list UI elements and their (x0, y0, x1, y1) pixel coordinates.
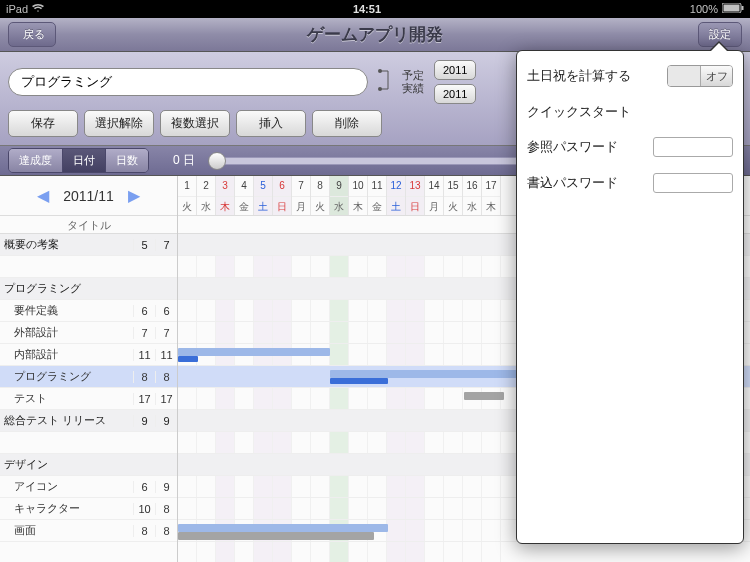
task-row[interactable] (0, 432, 177, 454)
day-number: 10 (349, 176, 367, 196)
day-of-week: 火 (178, 196, 196, 216)
day-of-week: 金 (235, 196, 253, 216)
back-button[interactable]: 戻る (8, 22, 56, 47)
calendar-day-col: 5土 (254, 176, 273, 215)
ref-password-input[interactable] (653, 137, 733, 157)
gantt-bar[interactable] (178, 356, 198, 362)
calendar-day-col: 3木 (216, 176, 235, 215)
title-column-header: タイトル (0, 216, 177, 234)
task-num1: 7 (133, 327, 155, 339)
task-num2: 6 (155, 305, 177, 317)
task-group-row[interactable]: デザイン (0, 454, 177, 476)
next-month-icon[interactable]: ▶ (128, 186, 140, 205)
delete-button[interactable]: 削除 (312, 110, 382, 137)
task-row[interactable]: テスト1717 (0, 388, 177, 410)
day-of-week: 木 (216, 196, 234, 216)
plan-date-button[interactable]: 2011 (434, 60, 476, 80)
gantt-row[interactable] (178, 542, 750, 562)
seg-progress[interactable]: 達成度 (9, 149, 63, 172)
task-num2: 9 (155, 415, 177, 427)
write-password-input[interactable] (653, 173, 733, 193)
gantt-bar[interactable] (178, 532, 374, 540)
task-num1: 11 (133, 349, 155, 361)
task-list: 概要の考案57プログラミング要件定義66外部設計77内部設計1111プログラミン… (0, 234, 177, 562)
task-group-row[interactable]: 概要の考案57 (0, 234, 177, 256)
day-of-week: 水 (463, 196, 481, 216)
gantt-bar[interactable] (178, 348, 330, 356)
task-row[interactable]: キャラクター108 (0, 498, 177, 520)
task-num2: 7 (155, 327, 177, 339)
insert-button[interactable]: 挿入 (236, 110, 306, 137)
toggle-off-label: オフ (700, 66, 732, 86)
svg-point-3 (378, 69, 382, 73)
day-of-week: 水 (330, 196, 348, 216)
task-num2: 11 (155, 349, 177, 361)
schedule-labels: 予定 実績 (402, 69, 424, 95)
calendar-day-col: 7月 (292, 176, 311, 215)
calendar-day-col: 17木 (482, 176, 501, 215)
day-of-week: 土 (387, 196, 405, 216)
prev-month-icon[interactable]: ◀ (37, 186, 49, 205)
status-bar: iPad 14:51 100% (0, 0, 750, 18)
day-of-week: 火 (444, 196, 462, 216)
day-number: 11 (368, 176, 386, 196)
day-of-week: 日 (406, 196, 424, 216)
gantt-bar[interactable] (330, 378, 388, 384)
task-row[interactable]: プログラミング88 (0, 366, 177, 388)
task-group-row[interactable]: プログラミング (0, 278, 177, 300)
gantt-bar[interactable] (464, 392, 504, 400)
task-row[interactable]: アイコン69 (0, 476, 177, 498)
gantt-bar[interactable] (178, 524, 388, 532)
task-num1: 17 (133, 393, 155, 405)
quickstart-label[interactable]: クイックスタート (527, 103, 631, 121)
day-of-week: 土 (254, 196, 272, 216)
calendar-day-col: 8火 (311, 176, 330, 215)
svg-rect-1 (724, 5, 740, 12)
save-button[interactable]: 保存 (8, 110, 78, 137)
seg-date[interactable]: 日付 (63, 149, 106, 172)
calendar-day-col: 16水 (463, 176, 482, 215)
nav-bar: 戻る ゲームアプリ開発 設定 (0, 18, 750, 52)
plan-label: 予定 (402, 69, 424, 82)
calc-holidays-toggle[interactable]: オフ (667, 65, 733, 87)
task-row[interactable]: 画面88 (0, 520, 177, 542)
battery-icon (722, 3, 744, 15)
day-number: 16 (463, 176, 481, 196)
day-of-week: 日 (273, 196, 291, 216)
task-num2: 8 (155, 525, 177, 537)
day-number: 4 (235, 176, 253, 196)
actual-label: 実績 (402, 82, 424, 95)
day-number: 8 (311, 176, 329, 196)
seg-days[interactable]: 日数 (106, 149, 148, 172)
task-group-row[interactable]: 総合テスト リリース99 (0, 410, 177, 432)
task-name-input[interactable] (8, 68, 368, 96)
svg-rect-2 (742, 6, 744, 10)
calendar-day-col: 14月 (425, 176, 444, 215)
task-row[interactable]: 内部設計1111 (0, 344, 177, 366)
multiselect-button[interactable]: 複数選択 (160, 110, 230, 137)
task-num1: 9 (133, 415, 155, 427)
task-row[interactable]: 要件定義66 (0, 300, 177, 322)
task-name-label: 概要の考案 (4, 237, 133, 252)
wifi-icon (32, 3, 44, 15)
task-name-label: 総合テスト リリース (4, 413, 133, 428)
day-of-week: 金 (368, 196, 386, 216)
task-row[interactable] (0, 256, 177, 278)
day-number: 14 (425, 176, 443, 196)
ref-password-label: 参照パスワード (527, 138, 618, 156)
slider-thumb[interactable] (208, 152, 226, 170)
page-title: ゲームアプリ開発 (0, 23, 750, 46)
task-num1: 8 (133, 525, 155, 537)
deselect-button[interactable]: 選択解除 (84, 110, 154, 137)
actual-date-button[interactable]: 2011 (434, 84, 476, 104)
day-number: 3 (216, 176, 234, 196)
task-row[interactable]: 外部設計77 (0, 322, 177, 344)
day-of-week: 木 (349, 196, 367, 216)
day-count-label: 0 日 (173, 152, 195, 169)
day-of-week: 水 (197, 196, 215, 216)
day-of-week: 火 (311, 196, 329, 216)
task-row[interactable] (0, 542, 177, 562)
calendar-day-col: 15火 (444, 176, 463, 215)
gantt-bar[interactable] (330, 370, 530, 378)
calendar-day-col: 11金 (368, 176, 387, 215)
